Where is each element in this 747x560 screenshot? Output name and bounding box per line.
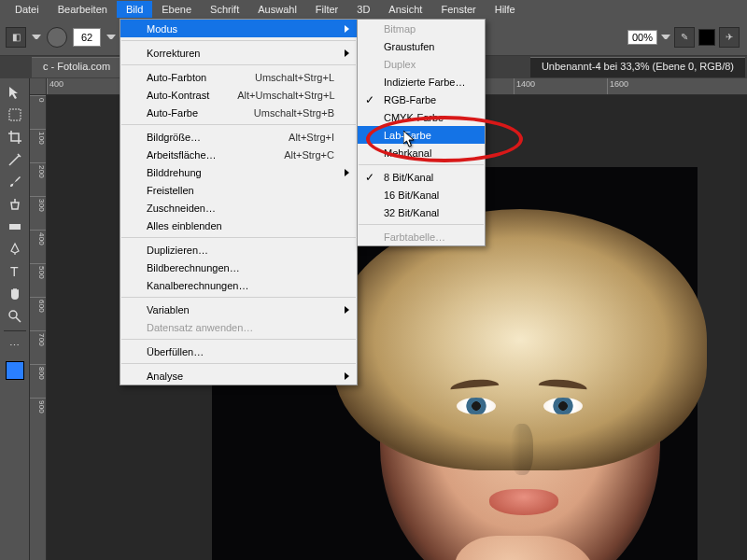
menu-item-label: Modus	[147, 23, 177, 35]
svg-text:T: T	[10, 264, 19, 279]
brush-preview[interactable]	[47, 27, 67, 48]
ruler-origin[interactable]	[30, 78, 47, 95]
edit-toolbar-icon[interactable]: ⋯	[4, 335, 26, 356]
brush-size-input[interactable]: 62	[73, 28, 101, 47]
brush-size-dropdown-icon[interactable]	[106, 35, 116, 39]
menu-item-label: Duplex	[384, 59, 416, 70]
menu-bild-item-bildberechnungen[interactable]: Bildberechnungen…	[120, 259, 357, 276]
ruler-v-tick: 1 0 0	[30, 129, 46, 162]
menu-bild-separator	[121, 237, 356, 238]
menu-item-shortcut: Alt+Strg+I	[261, 132, 334, 143]
menu-bild-item-berf-llen[interactable]: Überfüllen…	[120, 343, 357, 360]
menu-modus-item-indizierte-farbe[interactable]: Indizierte Farbe…	[358, 73, 485, 91]
menu-item-label: 8 Bit/Kanal	[384, 172, 433, 183]
type-tool[interactable]: T	[4, 261, 26, 282]
menu-fenster[interactable]: Fenster	[431, 1, 485, 18]
menu-bild[interactable]: Bild	[117, 1, 152, 18]
check-icon: ✓	[365, 93, 374, 106]
menu-schrift[interactable]: Schrift	[201, 1, 248, 18]
menu-modus-item-lab-farbe[interactable]: Lab-Farbe	[358, 126, 485, 144]
submenu-arrow-icon	[345, 306, 349, 314]
menu-modus-item-16-bit-kanal[interactable]: 16 Bit/Kanal	[358, 186, 485, 203]
ruler-vertical[interactable]: 0 1 0 0 2 0 0 3 0 0 4 0 0 5 0 0 6 0 0 7 …	[30, 95, 47, 560]
menu-filter[interactable]: Filter	[306, 1, 347, 18]
crop-tool[interactable]	[4, 127, 26, 147]
menu-item-label: Bilddrehung	[147, 167, 202, 178]
menu-bild-item-bildgr-e[interactable]: Bildgröße…Alt+Strg+I	[120, 128, 357, 146]
menu-item-label: Lab-Farbe	[384, 130, 431, 141]
menu-bild-separator	[121, 363, 356, 364]
menu-item-label: Bitmap	[384, 23, 416, 35]
menu-bild-item-bilddrehung[interactable]: Bilddrehung	[120, 163, 357, 181]
submenu-arrow-icon	[345, 169, 349, 176]
menu-ebene[interactable]: Ebene	[152, 1, 201, 18]
menu-auswahl[interactable]: Auswahl	[248, 1, 306, 18]
menu-bild-item-zuschneiden[interactable]: Zuschneiden…	[120, 199, 357, 217]
ruler-v-tick: 2 0 0	[30, 162, 46, 196]
menu-modus-item-graustufen[interactable]: Graustufen	[358, 37, 485, 55]
menu-item-label: Farbtabelle…	[384, 231, 445, 243]
menu-modus-item-32-bit-kanal[interactable]: 32 Bit/Kanal	[358, 203, 485, 221]
menu-item-label: Zuschneiden…	[147, 203, 216, 214]
menu-bild-item-auto-kontrast[interactable]: Auto-KontrastAlt+Umschalt+Strg+L	[120, 86, 357, 104]
menu-modus-item-rgb-farbe[interactable]: ✓RGB-Farbe	[358, 91, 485, 108]
menu-bild-item-korrekturen[interactable]: Korrekturen	[120, 44, 357, 62]
submenu-arrow-icon	[345, 49, 349, 57]
svg-point-3	[9, 311, 17, 318]
menu-bild-item-duplizieren[interactable]: Duplizieren…	[120, 241, 357, 259]
tool-preset-dropdown-icon[interactable]	[32, 35, 41, 39]
menu-bild-item-arbeitsfl-che[interactable]: Arbeitsfläche…Alt+Strg+C	[120, 146, 357, 163]
menu-item-label: Arbeitsfläche…	[147, 149, 217, 161]
color-swatch-icon[interactable]	[698, 29, 715, 46]
tool-preset-picker[interactable]: ◧	[6, 27, 26, 48]
ruler-h-tick: 1400	[514, 78, 607, 94]
opacity-pressure-icon[interactable]: ✎	[674, 27, 695, 48]
menu-item-shortcut: Alt+Umschalt+Strg+L	[209, 90, 334, 101]
menu-bild-item-auto-farbton[interactable]: Auto-FarbtonUmschalt+Strg+L	[120, 68, 357, 86]
menu-bild-item-alles-einblenden[interactable]: Alles einblenden	[120, 217, 357, 234]
menu-bild-separator	[121, 40, 356, 41]
menu-item-label: Korrekturen	[147, 48, 200, 59]
opacity-value[interactable]: 00%	[627, 30, 657, 45]
airbrush-icon[interactable]: ✈	[719, 27, 740, 48]
ruler-v-tick: 3 0 0	[30, 196, 46, 230]
menu-item-label: 16 Bit/Kanal	[384, 189, 439, 201]
submenu-arrow-icon	[345, 25, 349, 33]
foreground-color-swatch[interactable]	[6, 361, 24, 380]
menu-item-label: Freistellen	[147, 185, 194, 196]
menu-bild-item-auto-farbe[interactable]: Auto-FarbeUmschalt+Strg+B	[120, 104, 357, 121]
menu-bild-item-kanalberechnungen[interactable]: Kanalberechnungen…	[120, 276, 357, 294]
menu-item-shortcut: Alt+Strg+C	[256, 149, 334, 161]
zoom-tool[interactable]	[4, 306, 26, 327]
brush-tool[interactable]	[4, 172, 26, 192]
menu-bild-item-variablen[interactable]: Variablen	[120, 301, 357, 318]
gradient-tool[interactable]	[4, 217, 26, 237]
menu-modus-item-mehrkanal[interactable]: Mehrkanal	[358, 144, 485, 161]
document-tab-1[interactable]: c - Fotolia.com	[32, 57, 121, 77]
menu-modus-separator	[359, 164, 484, 165]
hand-tool[interactable]	[4, 284, 26, 304]
menu-modus-item-8-bit-kanal[interactable]: ✓8 Bit/Kanal	[358, 168, 485, 186]
menu-hilfe[interactable]: Hilfe	[486, 1, 525, 18]
svg-rect-1	[9, 224, 21, 230]
marquee-tool[interactable]	[4, 105, 26, 125]
document-tab-2[interactable]: Unbenannt-4 bei 33,3% (Ebene 0, RGB/8)	[530, 57, 745, 77]
menu-ansicht[interactable]: Ansicht	[379, 1, 431, 18]
pen-tool[interactable]	[4, 239, 26, 259]
eyedropper-tool[interactable]	[4, 149, 26, 170]
check-icon: ✓	[365, 171, 374, 184]
menu-bild-item-freistellen[interactable]: Freistellen	[120, 181, 357, 199]
menu-3d[interactable]: 3D	[347, 1, 379, 18]
clone-stamp-tool[interactable]	[4, 194, 26, 215]
menu-bild-item-modus[interactable]: Modus	[120, 20, 357, 37]
menu-item-label: Duplizieren…	[147, 245, 208, 256]
move-tool[interactable]	[4, 82, 26, 103]
menu-bearbeiten[interactable]: Bearbeiten	[49, 1, 117, 18]
menu-datei[interactable]: Datei	[6, 1, 49, 18]
menu-bild-item-datensatz-anwenden: Datensatz anwenden…	[120, 318, 357, 336]
menu-modus-item-duplex: Duplex	[358, 55, 485, 73]
opacity-dropdown-icon[interactable]	[661, 35, 670, 39]
menu-bild-separator	[121, 64, 356, 65]
menu-modus-item-cmyk-farbe[interactable]: CMYK-Farbe	[358, 108, 485, 126]
menu-bild-item-analyse[interactable]: Analyse	[120, 367, 357, 385]
